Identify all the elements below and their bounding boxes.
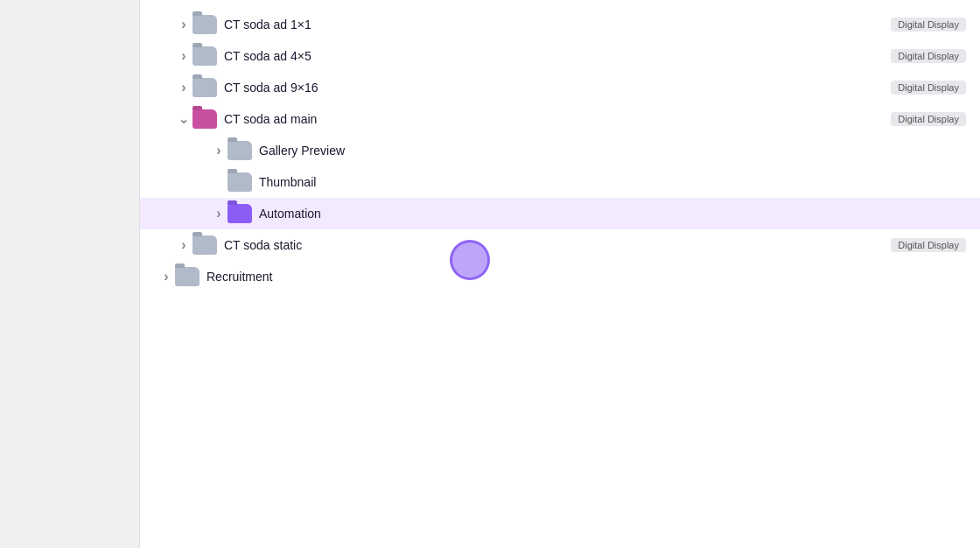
folder-icon-recruitment xyxy=(175,267,200,286)
folder-icon-thumbnail xyxy=(228,172,252,192)
chevron-ct-soda-ad-4x5[interactable] xyxy=(175,47,192,65)
tree-row-automation[interactable]: Automation xyxy=(140,198,980,229)
badge-ct-soda-ad-main: Digital Display xyxy=(891,112,966,126)
folder-icon-ct-soda-ad-9x16 xyxy=(192,78,217,97)
badge-ct-soda-static: Digital Display xyxy=(891,238,966,252)
folder-icon-ct-soda-static xyxy=(192,235,217,255)
chevron-ct-soda-ad-9x16[interactable] xyxy=(175,79,192,96)
chevron-ct-soda-static[interactable] xyxy=(175,236,192,254)
folder-icon-gallery-preview xyxy=(228,141,252,160)
tree-row-thumbnail[interactable]: Thumbnail xyxy=(140,166,980,198)
badge-ct-soda-ad-9x16: Digital Display xyxy=(891,81,966,95)
item-label-automation: Automation xyxy=(259,207,980,221)
tree-container: CT soda ad 1×1Digital DisplayCT soda ad … xyxy=(140,0,980,301)
tree-row-ct-soda-static[interactable]: CT soda staticDigital Display xyxy=(140,229,980,261)
item-label-recruitment: Recruitment xyxy=(206,270,980,284)
chevron-gallery-preview[interactable] xyxy=(210,142,228,159)
item-label-ct-soda-ad-1x1: CT soda ad 1×1 xyxy=(224,18,884,32)
tree-row-ct-soda-ad-9x16[interactable]: CT soda ad 9×16Digital Display xyxy=(140,72,980,103)
folder-icon-ct-soda-ad-1x1 xyxy=(192,15,217,34)
chevron-recruitment[interactable] xyxy=(158,268,175,285)
chevron-ct-soda-ad-1x1[interactable] xyxy=(175,16,192,33)
item-label-thumbnail: Thumbnail xyxy=(259,175,980,189)
tree-row-ct-soda-ad-1x1[interactable]: CT soda ad 1×1Digital Display xyxy=(140,9,980,40)
tree-row-ct-soda-ad-main[interactable]: CT soda ad mainDigital Display xyxy=(140,103,980,135)
folder-icon-ct-soda-ad-4x5 xyxy=(192,46,217,66)
item-label-ct-soda-ad-9x16: CT soda ad 9×16 xyxy=(224,81,884,95)
main-content: CT soda ad 1×1Digital DisplayCT soda ad … xyxy=(140,0,980,548)
sidebar xyxy=(0,0,140,548)
badge-ct-soda-ad-1x1: Digital Display xyxy=(891,18,966,32)
badge-ct-soda-ad-4x5: Digital Display xyxy=(891,49,966,63)
item-label-ct-soda-static: CT soda static xyxy=(224,238,884,252)
item-label-ct-soda-ad-4x5: CT soda ad 4×5 xyxy=(224,49,884,63)
item-label-gallery-preview: Gallery Preview xyxy=(259,144,980,158)
tree-row-gallery-preview[interactable]: Gallery Preview xyxy=(140,135,980,166)
folder-icon-automation xyxy=(228,204,252,223)
item-label-ct-soda-ad-main: CT soda ad main xyxy=(224,112,884,126)
chevron-ct-soda-ad-main[interactable] xyxy=(175,110,192,128)
chevron-automation[interactable] xyxy=(210,205,228,222)
tree-row-ct-soda-ad-4x5[interactable]: CT soda ad 4×5Digital Display xyxy=(140,40,980,72)
tree-row-recruitment[interactable]: Recruitment xyxy=(140,261,980,292)
folder-icon-ct-soda-ad-main xyxy=(192,109,217,129)
